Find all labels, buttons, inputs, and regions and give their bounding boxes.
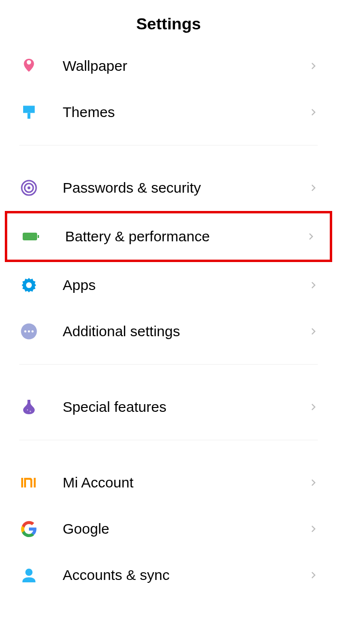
settings-list: Wallpaper Themes Passwords & security Ba… <box>0 43 337 598</box>
divider <box>19 364 318 365</box>
fingerprint-icon <box>19 178 39 197</box>
google-icon <box>19 519 39 539</box>
item-label: Special features <box>63 399 309 415</box>
settings-item-accounts-sync[interactable]: Accounts & sync <box>0 552 337 598</box>
svg-point-11 <box>31 330 34 333</box>
settings-item-battery[interactable]: Battery & performance <box>5 211 332 262</box>
chevron-right-icon <box>307 232 315 241</box>
more-icon <box>19 322 39 341</box>
svg-point-10 <box>28 330 30 333</box>
settings-item-apps[interactable]: Apps <box>0 262 337 308</box>
wallpaper-icon <box>19 56 39 76</box>
item-label: Themes <box>63 104 309 120</box>
chevron-right-icon <box>309 403 318 411</box>
item-label: Wallpaper <box>63 58 309 74</box>
person-icon <box>19 565 39 585</box>
themes-icon <box>19 103 39 122</box>
settings-item-security[interactable]: Passwords & security <box>0 165 337 211</box>
header: Settings <box>0 0 337 43</box>
flask-icon <box>19 397 39 417</box>
item-label: Battery & performance <box>65 228 307 245</box>
chevron-right-icon <box>309 62 318 70</box>
chevron-right-icon <box>309 478 318 487</box>
item-label: Mi Account <box>63 474 309 491</box>
settings-item-additional[interactable]: Additional settings <box>0 308 337 355</box>
chevron-right-icon <box>309 281 318 289</box>
svg-point-4 <box>27 186 30 189</box>
chevron-right-icon <box>309 571 318 579</box>
gear-icon <box>19 276 39 295</box>
svg-point-9 <box>24 330 27 333</box>
svg-point-7 <box>26 282 32 288</box>
battery-icon <box>22 227 41 246</box>
chevron-right-icon <box>309 108 318 117</box>
item-label: Google <box>63 521 309 537</box>
svg-rect-6 <box>38 235 39 238</box>
settings-item-themes[interactable]: Themes <box>0 89 337 135</box>
mi-icon <box>19 473 39 492</box>
divider <box>19 145 318 145</box>
svg-rect-1 <box>27 113 30 119</box>
item-label: Passwords & security <box>63 180 309 196</box>
svg-point-12 <box>30 411 31 412</box>
item-label: Accounts & sync <box>63 567 309 583</box>
divider <box>19 440 318 440</box>
chevron-right-icon <box>309 184 318 192</box>
page-title: Settings <box>0 14 337 33</box>
settings-item-google[interactable]: Google <box>0 506 337 552</box>
svg-point-13 <box>27 409 28 410</box>
chevron-right-icon <box>309 525 318 533</box>
item-label: Additional settings <box>63 323 309 340</box>
settings-item-special[interactable]: Special features <box>0 384 337 430</box>
item-label: Apps <box>63 277 309 293</box>
svg-rect-0 <box>23 106 35 113</box>
svg-point-14 <box>26 569 33 576</box>
chevron-right-icon <box>309 327 318 336</box>
svg-rect-5 <box>23 233 37 240</box>
settings-item-mi-account[interactable]: Mi Account <box>0 460 337 506</box>
settings-item-wallpaper[interactable]: Wallpaper <box>0 43 337 89</box>
